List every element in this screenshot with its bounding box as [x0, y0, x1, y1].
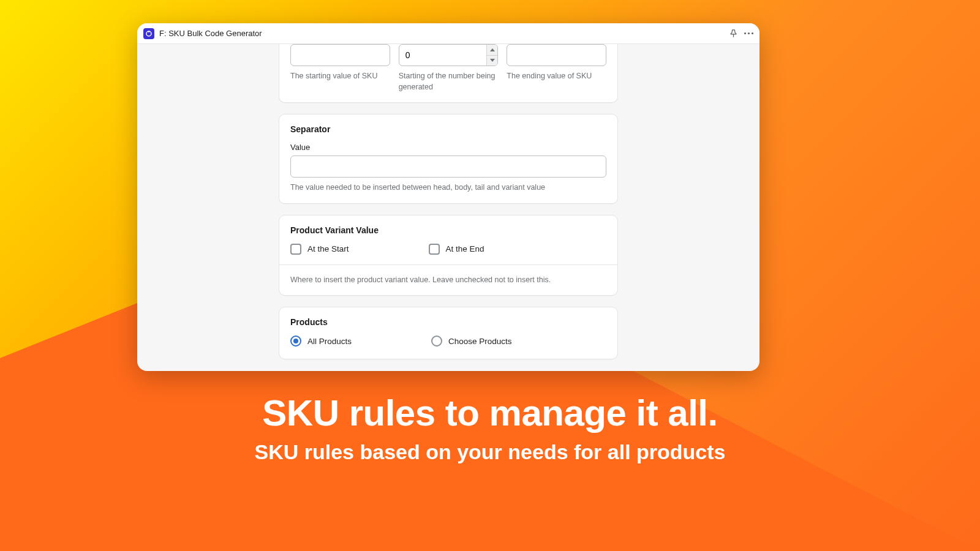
hero: SKU rules to manage it all. SKU rules ba… — [0, 392, 980, 464]
checkbox-icon — [429, 244, 440, 255]
products-choose-label: Choose Products — [448, 337, 512, 346]
number-step-down[interactable] — [487, 56, 497, 66]
pin-icon[interactable] — [729, 29, 738, 38]
app-icon — [143, 28, 154, 39]
products-card: Products All Products Choose Products — [279, 307, 618, 359]
variant-at-end-label: At the End — [446, 244, 484, 253]
window-title: F: SKU Bulk Code Generator — [159, 29, 262, 38]
hero-subtitle: SKU rules based on your needs for all pr… — [0, 440, 980, 464]
content-area: The starting value of SKU — [137, 44, 760, 371]
variant-title: Product Variant Value — [290, 225, 606, 235]
hero-title: SKU rules to manage it all. — [0, 392, 980, 434]
checkbox-icon — [290, 244, 301, 255]
separator-card: Separator Value The value needed to be i… — [279, 114, 618, 204]
variant-at-start-label: At the Start — [307, 244, 349, 253]
sku-head-help: The starting value of SKU — [290, 71, 390, 82]
separator-label: Value — [290, 143, 606, 152]
variant-help: Where to insert the product variant valu… — [290, 275, 606, 286]
separator-help: The value needed to be inserted between … — [290, 182, 606, 193]
sku-number-input[interactable] — [399, 44, 499, 66]
products-choose[interactable]: Choose Products — [431, 335, 512, 347]
radio-icon — [431, 335, 442, 347]
products-all-label: All Products — [307, 337, 352, 346]
separator-input[interactable] — [290, 156, 606, 178]
sku-head-input[interactable] — [290, 44, 390, 66]
sku-tail-input[interactable] — [507, 44, 606, 66]
more-icon[interactable] — [744, 32, 753, 34]
variant-at-end[interactable]: At the End — [429, 244, 484, 255]
app-window: F: SKU Bulk Code Generator — [137, 23, 760, 371]
products-all[interactable]: All Products — [290, 335, 352, 347]
variant-card: Product Variant Value At the Start At th… — [279, 215, 618, 296]
sku-number-help: Starting of the number being generated — [399, 71, 499, 92]
titlebar: F: SKU Bulk Code Generator — [137, 23, 760, 44]
sku-tail-help: The ending value of SKU — [507, 71, 606, 82]
variant-at-start[interactable]: At the Start — [290, 244, 349, 255]
separator-title: Separator — [290, 124, 606, 134]
radio-icon — [290, 335, 301, 347]
products-title: Products — [290, 317, 606, 327]
number-step-up[interactable] — [487, 45, 497, 56]
